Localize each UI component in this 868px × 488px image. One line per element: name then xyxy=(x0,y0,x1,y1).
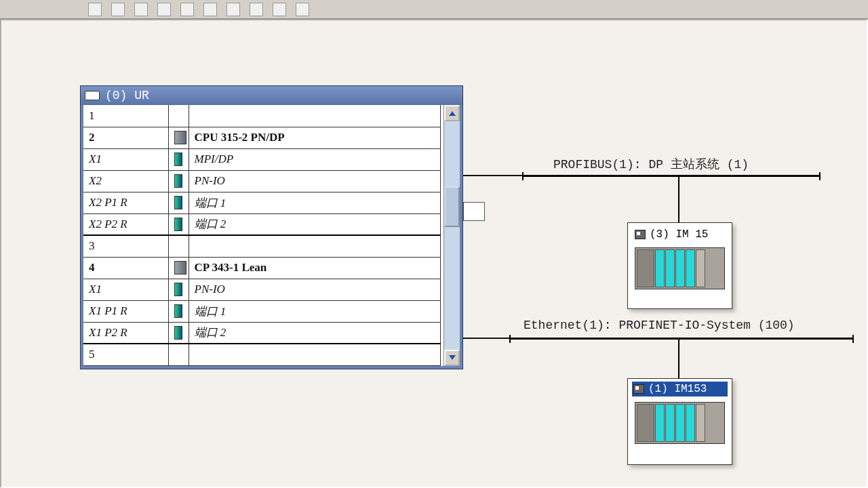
rack-row[interactable]: 3 xyxy=(83,235,441,257)
toolbar-icon[interactable] xyxy=(226,3,240,16)
rack-row[interactable]: X1 P2 R端口 2 xyxy=(83,322,441,344)
profibus-connector-line xyxy=(463,175,522,176)
rack-row[interactable]: 2CPU 315-2 PN/DP xyxy=(83,127,441,148)
slot-number: X1 P1 R xyxy=(83,300,168,322)
module-icon xyxy=(174,174,182,188)
toolbar-icon[interactable] xyxy=(203,3,217,16)
scroll-thumb[interactable] xyxy=(444,186,460,227)
toolbar-icon[interactable] xyxy=(273,3,286,16)
module-name: PN-IO xyxy=(189,279,441,300)
module-icon-cell xyxy=(168,235,189,257)
module-icon xyxy=(174,283,182,296)
ethernet-bus-bar[interactable] xyxy=(509,338,854,340)
ethernet-connector-line xyxy=(463,338,509,339)
module-name: PN-IO xyxy=(189,170,441,192)
module-name xyxy=(189,344,441,365)
rack-row[interactable]: X2 P1 R端口 1 xyxy=(83,192,441,214)
toolbar-icon[interactable] xyxy=(250,3,263,16)
toolbar-icon[interactable] xyxy=(111,3,125,16)
module-icon-cell xyxy=(168,279,189,300)
module-name: 端口 2 xyxy=(189,322,441,344)
rack-title: (0) UR xyxy=(105,89,149,102)
scroll-down-button[interactable] xyxy=(444,350,460,366)
module-icon xyxy=(675,249,685,287)
module-icon-cell xyxy=(168,127,189,148)
toolbar-icon[interactable] xyxy=(296,3,309,16)
device-title: (3) IM 15 xyxy=(635,228,725,241)
module-icon xyxy=(696,249,705,287)
toolbar-icon[interactable] xyxy=(157,3,171,16)
toolbar-icon[interactable] xyxy=(88,3,102,16)
ethernet-drop-line xyxy=(678,340,679,379)
module-icon xyxy=(174,304,182,318)
ethernet-label: Ethernet(1): PROFINET-IO-System (100) xyxy=(524,319,795,332)
module-name: 端口 1 xyxy=(189,192,441,214)
module-icon xyxy=(675,404,685,442)
top-toolbar xyxy=(0,0,868,19)
device-icon xyxy=(635,230,646,239)
chevron-down-icon xyxy=(449,355,456,360)
module-icon-cell xyxy=(168,148,189,170)
rack-table[interactable]: 12CPU 315-2 PN/DPX1MPI/DPX2PN-IOX2 P1 R端… xyxy=(83,105,441,366)
module-icon-cell xyxy=(168,344,189,365)
rack-body: 12CPU 315-2 PN/DPX1MPI/DPX2PN-IOX2 P1 R端… xyxy=(81,105,462,369)
module-icon-cell xyxy=(168,170,189,192)
rack-row[interactable]: X1PN-IO xyxy=(83,279,441,300)
slot-number: X2 P1 R xyxy=(83,192,168,214)
rack-icon xyxy=(85,91,100,100)
module-icon xyxy=(665,249,675,287)
device-graphic xyxy=(635,402,725,444)
device-im15[interactable]: (3) IM 15 xyxy=(627,222,732,309)
profibus-drop-line xyxy=(678,177,679,223)
rack-row[interactable]: 5 xyxy=(83,344,441,365)
rack-row[interactable]: 4CP 343-1 Lean xyxy=(83,257,441,279)
slot-number: X2 P2 R xyxy=(83,214,168,235)
module-icon xyxy=(665,404,675,442)
module-name: 端口 2 xyxy=(189,214,441,235)
module-icon xyxy=(637,404,654,442)
rack-scrollbar[interactable] xyxy=(443,105,460,366)
rack-row[interactable]: X2 P2 R端口 2 xyxy=(83,214,441,235)
rack-titlebar[interactable]: (0) UR xyxy=(81,86,462,105)
module-icon xyxy=(655,404,665,442)
rack-window[interactable]: (0) UR 12CPU 315-2 PN/DPX1MPI/DPX2PN-IOX… xyxy=(80,85,463,369)
rack-row[interactable]: X2PN-IO xyxy=(83,170,441,192)
module-icon-cell xyxy=(168,105,189,127)
module-icon xyxy=(174,326,182,340)
module-icon xyxy=(174,261,186,274)
profibus-bus-bar[interactable] xyxy=(522,175,821,177)
toolbar-icon[interactable] xyxy=(134,3,148,16)
hw-config-canvas[interactable]: (0) UR 12CPU 315-2 PN/DPX1MPI/DPX2PN-IOX… xyxy=(0,19,868,488)
rack-row[interactable]: X1MPI/DP xyxy=(83,148,441,170)
device-title: (1) IM153 xyxy=(632,382,728,396)
slot-number: 4 xyxy=(83,257,168,279)
scroll-up-button[interactable] xyxy=(444,105,460,121)
device-icon xyxy=(633,384,644,394)
module-name: CP 343-1 Lean xyxy=(189,257,441,279)
device-label: (1) IM153 xyxy=(648,383,707,395)
module-icon-cell xyxy=(168,192,189,214)
module-icon xyxy=(696,404,705,442)
profibus-label: PROFIBUS(1): DP 主站系统 (1) xyxy=(553,156,749,172)
module-name: CPU 315-2 PN/DP xyxy=(189,127,441,148)
module-icon xyxy=(686,249,695,287)
chevron-up-icon xyxy=(449,111,456,116)
module-name xyxy=(189,235,441,257)
module-icon xyxy=(174,218,182,231)
rack-row[interactable]: X1 P1 R端口 1 xyxy=(83,300,441,322)
toolbar-icon[interactable] xyxy=(180,3,194,16)
slot-number: 2 xyxy=(83,127,168,148)
device-im153[interactable]: (1) IM153 xyxy=(627,378,732,465)
module-name xyxy=(189,105,441,127)
device-graphic xyxy=(635,247,725,289)
module-icon-cell xyxy=(168,214,189,235)
connector-box[interactable] xyxy=(463,202,485,221)
module-name: MPI/DP xyxy=(189,148,441,170)
slot-number: 1 xyxy=(83,105,168,127)
module-icon xyxy=(686,404,695,442)
rack-row[interactable]: 1 xyxy=(83,105,441,127)
module-icon-cell xyxy=(168,300,189,322)
device-label: (3) IM 15 xyxy=(650,228,708,241)
slot-number: 5 xyxy=(83,344,168,365)
module-icon xyxy=(174,131,186,144)
